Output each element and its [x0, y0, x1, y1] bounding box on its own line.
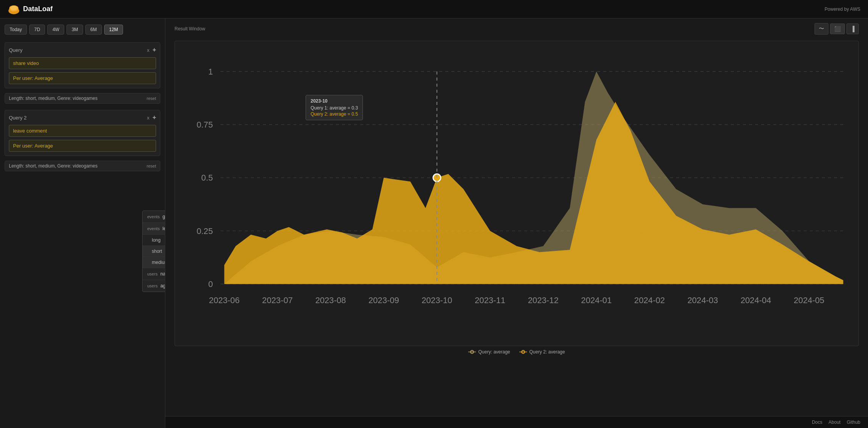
query2-reset-button[interactable]: reset [147, 164, 156, 168]
query2-add-button[interactable]: + [153, 114, 156, 121]
time-btn-4w[interactable]: 4W [47, 25, 64, 35]
time-btn-7d[interactable]: 7D [29, 25, 45, 35]
query1-metric[interactable]: Per user: Average [9, 72, 156, 84]
query2-title: Query 2 [9, 115, 27, 121]
content-area: Result Window 〜 ⬛ ▐ .grid-line { stroke:… [165, 18, 868, 428]
chart-line-btn[interactable]: 〜 [815, 23, 828, 35]
legend-q2-label: Query 2: average [529, 349, 565, 355]
chart-bar-btn[interactable]: ▐ [846, 23, 859, 34]
filter-dropdown-panel: events genre ▾ events length ▴ long shor… [142, 211, 165, 292]
users-prefix-name: users [147, 272, 158, 276]
svg-text:0.5: 0.5 [201, 173, 213, 183]
svg-text:2023-09: 2023-09 [368, 295, 399, 305]
footer-docs-link[interactable]: Docs [812, 420, 822, 425]
query1-title: Query [9, 47, 22, 53]
sub-option-short[interactable]: short [143, 246, 165, 257]
legend-q1-icon [468, 350, 476, 354]
svg-text:2023-06: 2023-06 [209, 295, 240, 305]
footer-about-link[interactable]: About [828, 420, 840, 425]
dropdown-events-length[interactable]: events length ▴ [143, 223, 165, 235]
events-prefix-genre: events [147, 214, 160, 219]
svg-text:2024-01: 2024-01 [581, 295, 612, 305]
svg-text:2024-05: 2024-05 [794, 295, 825, 305]
svg-text:2023-08: 2023-08 [315, 295, 346, 305]
footer-github-link[interactable]: Github [847, 420, 860, 425]
query2-area [224, 102, 843, 284]
query2-filter-row: Length: short, medium, Genre: videogames… [5, 161, 160, 171]
query1-add-button[interactable]: + [153, 46, 156, 53]
legend-q1-label: Query: average [478, 349, 510, 355]
query1-remove-button[interactable]: x [147, 47, 150, 53]
powered-by: Powered by AWS [825, 7, 860, 12]
chart-legend: Query: average Query 2: average [175, 349, 859, 355]
svg-text:2024-02: 2024-02 [634, 295, 665, 305]
query2-block: Query 2 x + Per user: Average [5, 110, 160, 156]
logo-icon [8, 3, 20, 15]
dropdown-users-age[interactable]: users age ▾ [143, 280, 165, 292]
sub-option-medium[interactable]: medium [143, 257, 165, 268]
query1-filter-text: Length: short, medium, Genre: videogames [9, 96, 98, 101]
header: DataLoaf Powered by AWS [0, 0, 868, 18]
query2-metric[interactable]: Per user: Average [9, 140, 156, 152]
footer: Docs About Github [165, 416, 868, 428]
time-btn-3m[interactable]: 3M [67, 25, 83, 35]
sidebar: Today 7D 4W 3M 6M 12M Query x + Per user… [0, 18, 165, 428]
query1-filter-row: Length: short, medium, Genre: videogames… [5, 93, 160, 104]
query2-actions: x + [147, 114, 156, 121]
dropdown-events-genre[interactable]: events genre ▾ [143, 211, 165, 223]
sub-option-long[interactable]: long [143, 235, 165, 246]
query1-actions: x + [147, 46, 156, 53]
query1-header: Query x + [9, 46, 156, 53]
svg-text:2023-10: 2023-10 [422, 295, 452, 305]
time-btn-12m[interactable]: 12M [104, 25, 123, 35]
query1-block: Query x + Per user: Average [5, 42, 160, 88]
chart-toolbar: 〜 ⬛ ▐ [815, 23, 859, 35]
main-layout: Today 7D 4W 3M 6M 12M Query x + Per user… [0, 18, 868, 428]
query2-header: Query 2 x + [9, 114, 156, 121]
events-genre-label: genre [163, 214, 165, 219]
time-btn-today[interactable]: Today [5, 25, 27, 35]
logo-area: DataLoaf [8, 3, 53, 15]
events-length-label: length [163, 226, 165, 231]
legend-q1-item: Query: average [468, 349, 510, 355]
svg-text:2023-07: 2023-07 [262, 295, 293, 305]
dropdown-users-name[interactable]: users name ▾ [143, 268, 165, 280]
svg-point-2 [10, 6, 17, 10]
svg-text:2024-03: 2024-03 [687, 295, 718, 305]
logo-text: DataLoaf [23, 5, 53, 13]
chart-container: .grid-line { stroke: #333; stroke-width:… [175, 41, 859, 346]
legend-q2-item: Query 2: average [519, 349, 565, 355]
query2-event-input[interactable] [9, 125, 156, 137]
query2-filter-text: Length: short, medium, Genre: videogames [9, 163, 98, 169]
svg-text:2023-11: 2023-11 [475, 295, 506, 305]
chart-area-btn[interactable]: ⬛ [830, 23, 845, 34]
svg-text:1: 1 [208, 67, 213, 76]
query2-remove-button[interactable]: x [147, 115, 150, 121]
svg-text:2024-04: 2024-04 [740, 295, 771, 305]
result-window-label: Result Window [175, 26, 205, 32]
chart-svg: .grid-line { stroke: #333; stroke-width:… [175, 41, 858, 345]
chart-wrapper: .grid-line { stroke: #333; stroke-width:… [165, 38, 868, 416]
users-age-label: age [160, 283, 165, 289]
svg-text:2023-12: 2023-12 [528, 295, 559, 305]
query1-event-input[interactable] [9, 57, 156, 69]
legend-q2-icon [519, 350, 527, 354]
svg-text:0.75: 0.75 [196, 120, 213, 129]
events-prefix-length: events [147, 226, 160, 231]
svg-text:0: 0 [208, 279, 213, 289]
time-buttons-group: Today 7D 4W 3M 6M 12M [5, 25, 160, 35]
users-name-label: name [160, 271, 165, 277]
svg-text:0.25: 0.25 [196, 226, 213, 236]
users-prefix-age: users [147, 284, 158, 288]
chart-header: Result Window 〜 ⬛ ▐ [165, 18, 868, 38]
time-btn-6m[interactable]: 6M [85, 25, 102, 35]
query1-reset-button[interactable]: reset [147, 96, 156, 101]
